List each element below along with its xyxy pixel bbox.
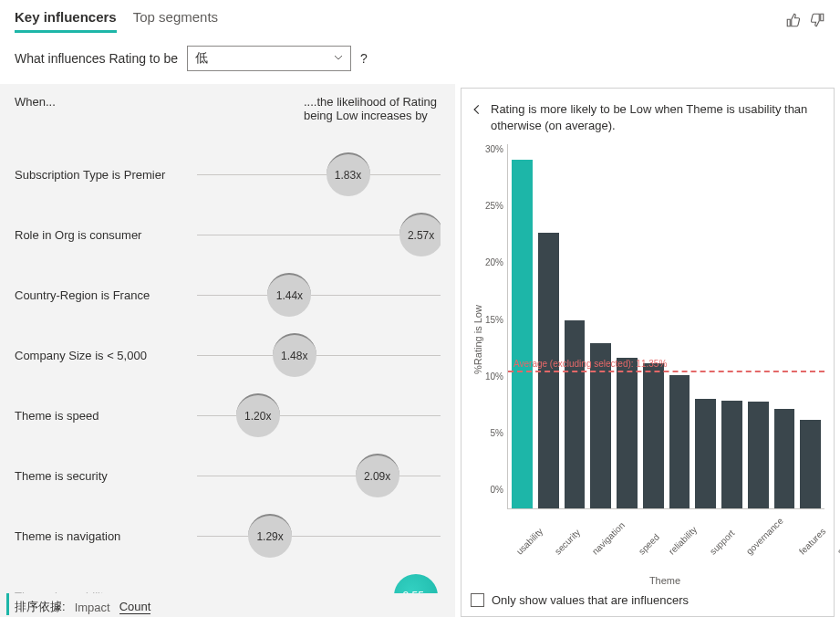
influencer-bubble[interactable]: 1.44x <box>267 273 311 317</box>
rating-dropdown[interactable]: 低 <box>187 46 351 71</box>
influencers-panel: When... ....the likelihood of Rating bei… <box>0 84 455 617</box>
influencer-bubble[interactable]: 1.29x <box>248 514 292 558</box>
bar[interactable] <box>695 399 716 508</box>
influencer-label: Country-Region is France <box>15 288 197 302</box>
influencer-track: 1.29x <box>197 536 441 537</box>
bar[interactable] <box>800 420 821 508</box>
y-axis-ticks: 30%25%20%15%10%5%0% <box>485 144 507 509</box>
tabs: Key influencers Top segments <box>15 9 218 33</box>
chart: %Rating is Low 30%25%20%15%10%5%0% Avera… <box>471 144 824 535</box>
influencer-row[interactable]: Subscription Type is Premier1.83x <box>15 144 441 204</box>
influencer-label: Theme is security <box>15 469 197 483</box>
bar[interactable] <box>721 401 742 508</box>
likelihood-label: ....the likelihood of Rating being Low i… <box>304 95 441 122</box>
question-prefix: What influences Rating to be <box>15 51 178 66</box>
influencer-track: 2.09x <box>197 476 441 476</box>
back-arrow-icon[interactable] <box>471 101 483 119</box>
question-suffix: ? <box>360 51 368 66</box>
influencer-row[interactable]: Role in Org is consumer2.57x <box>15 204 441 265</box>
only-influencers-label: Only show values that are influencers <box>492 593 689 607</box>
chevron-down-icon <box>334 53 343 64</box>
plot-area: Average (excluding selected): 11.35% <box>507 144 824 509</box>
influencer-track: 1.83x <box>197 174 441 175</box>
sort-count[interactable]: Count <box>119 600 151 614</box>
influencer-row[interactable]: Theme is security2.09x <box>15 445 441 506</box>
tab-top-segments[interactable]: Top segments <box>133 9 218 33</box>
bar[interactable] <box>512 160 533 508</box>
influencer-row[interactable]: Country-Region is France1.44x <box>15 265 441 325</box>
average-line <box>508 371 824 372</box>
influencer-label: Subscription Type is Premier <box>15 168 197 182</box>
influencer-bubble[interactable]: 2.09x <box>356 454 399 497</box>
dropdown-value: 低 <box>195 50 208 67</box>
thumbs-down-icon[interactable] <box>809 12 825 31</box>
influencer-label: Theme is navigation <box>15 529 197 543</box>
sort-label: 排序依據: <box>15 599 66 615</box>
influencer-label: Theme is speed <box>15 409 197 423</box>
x-axis-label: Theme <box>505 575 824 586</box>
detail-panel: Rating is more likely to be Low when The… <box>461 88 835 617</box>
influencer-label: Role in Org is consumer <box>15 228 197 242</box>
bar[interactable] <box>643 363 664 509</box>
question-row: What influences Rating to be 低 ? <box>0 33 840 84</box>
influencer-track: 2.57x <box>197 235 441 235</box>
influencer-track: 1.48x <box>197 355 441 356</box>
influencer-row[interactable]: Theme is navigation1.29x <box>15 506 441 566</box>
influencer-bubble[interactable]: 2.57x <box>399 213 441 256</box>
influencer-bubble[interactable]: 1.20x <box>236 393 280 437</box>
bar[interactable] <box>748 402 769 508</box>
average-label: Average (excluding selected): 11.35% <box>513 359 667 369</box>
only-influencers-checkbox[interactable] <box>471 593 484 607</box>
when-label: When... <box>15 95 56 122</box>
bar[interactable] <box>565 320 586 508</box>
bar[interactable] <box>774 409 795 508</box>
influencer-row[interactable]: Theme is speed1.20x <box>15 385 441 445</box>
x-axis-ticks: usabilitysecuritynavigationspeedreliabil… <box>505 535 824 571</box>
influencer-label: Company Size is < 5,000 <box>15 349 197 362</box>
bar[interactable] <box>669 375 690 508</box>
bar[interactable] <box>617 358 638 508</box>
sort-row: 排序依據: Impact Count <box>6 593 441 615</box>
influencer-bubble[interactable]: 2.55x <box>394 574 438 593</box>
influencer-row[interactable]: Theme is usability2.55x <box>15 566 441 593</box>
influencer-row[interactable]: Company Size is < 5,0001.48x <box>15 325 441 385</box>
influencer-bubble[interactable]: 1.83x <box>327 152 370 196</box>
influencer-bubble[interactable]: 1.48x <box>273 333 316 377</box>
influencer-track: 1.44x <box>197 295 441 296</box>
sort-impact[interactable]: Impact <box>75 601 110 614</box>
y-axis-label: %Rating is Low <box>471 144 485 535</box>
tab-key-influencers[interactable]: Key influencers <box>15 9 117 33</box>
detail-title: Rating is more likely to be Low when The… <box>491 101 824 133</box>
influencer-list: Subscription Type is Premier1.83xRole in… <box>15 144 441 593</box>
influencer-track: 1.20x <box>197 415 441 416</box>
thumbs-up-icon[interactable] <box>785 12 802 31</box>
